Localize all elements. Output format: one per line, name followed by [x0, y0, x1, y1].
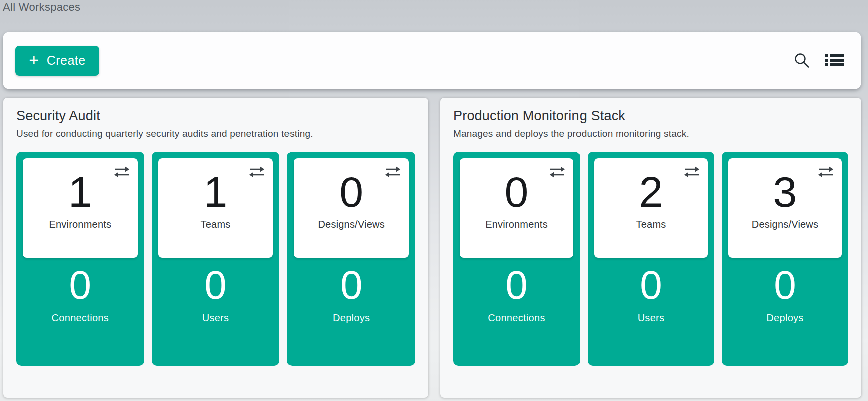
stat-tiles: 0 Environments 0 Connections 2 Teams 0 U…: [453, 152, 848, 366]
swap-button[interactable]: [548, 164, 567, 180]
toolbar: + Create: [3, 32, 861, 89]
stat-bottom-value: 0: [728, 265, 842, 305]
workspace-card: Security Audit Used for conducting quart…: [3, 98, 428, 398]
swap-horizontal-icon: [384, 165, 401, 179]
list-view-icon: [825, 53, 845, 68]
stat-tile-bottom: 0 Deploys: [728, 258, 842, 359]
stat-tile[interactable]: 2 Teams 0 Users: [588, 152, 714, 366]
stat-tile[interactable]: 1 Environments 0 Connections: [16, 152, 144, 366]
workspace-name: Production Monitoring Stack: [453, 108, 848, 124]
search-button[interactable]: [790, 49, 813, 72]
stat-bottom-value: 0: [594, 265, 708, 305]
stat-bottom-label: Users: [594, 312, 708, 324]
swap-horizontal-icon: [683, 165, 700, 179]
stat-bottom-value: 0: [294, 265, 409, 305]
list-view-button[interactable]: [823, 49, 846, 72]
swap-button[interactable]: [112, 164, 131, 180]
swap-horizontal-icon: [549, 165, 566, 179]
swap-horizontal-icon: [817, 165, 834, 179]
create-button-label: Create: [47, 53, 86, 68]
workspace-cards: Security Audit Used for conducting quart…: [3, 98, 861, 398]
stat-tile-top: 1 Environments: [23, 158, 138, 258]
stat-tile[interactable]: 0 Designs/Views 0 Deploys: [287, 152, 415, 366]
workspace-card: Production Monitoring Stack Manages and …: [440, 98, 861, 398]
workspace-name: Security Audit: [16, 108, 415, 124]
stat-tiles: 1 Environments 0 Connections 1 Teams 0 U…: [16, 152, 415, 366]
stat-tile-bottom: 0 Connections: [23, 258, 138, 359]
stat-tile-top: 3 Designs/Views: [728, 158, 842, 258]
stat-tile-bottom: 0 Users: [158, 258, 273, 359]
swap-button[interactable]: [383, 164, 402, 180]
stat-tile[interactable]: 3 Designs/Views 0 Deploys: [722, 152, 848, 366]
page-title: All Workspaces: [3, 1, 80, 14]
plus-icon: +: [29, 51, 39, 68]
swap-button[interactable]: [247, 164, 266, 180]
stat-bottom-value: 0: [158, 265, 273, 305]
stat-tile[interactable]: 0 Environments 0 Connections: [453, 152, 580, 366]
stat-top-label: Designs/Views: [728, 219, 842, 230]
stat-bottom-label: Connections: [23, 312, 138, 324]
stat-tile-bottom: 0 Connections: [460, 258, 573, 359]
stat-tile-top: 2 Teams: [594, 158, 708, 258]
stat-tile[interactable]: 1 Teams 0 Users: [152, 152, 280, 366]
toolbar-icons: [790, 49, 846, 72]
stat-top-label: Teams: [594, 219, 708, 230]
stat-tile-bottom: 0 Users: [594, 258, 708, 359]
create-workspace-button[interactable]: + Create: [15, 46, 99, 76]
workspace-description: Used for conducting quarterly security a…: [16, 128, 415, 139]
search-icon: [793, 52, 811, 70]
stat-tile-top: 0 Environments: [460, 158, 573, 258]
swap-horizontal-icon: [248, 165, 265, 179]
stat-bottom-label: Deploys: [728, 312, 842, 324]
swap-button[interactable]: [682, 164, 701, 180]
stat-bottom-value: 0: [23, 265, 138, 305]
stat-bottom-value: 0: [460, 265, 573, 305]
stat-top-label: Environments: [460, 219, 573, 230]
stat-tile-bottom: 0 Deploys: [294, 258, 409, 359]
stat-bottom-label: Deploys: [294, 312, 409, 324]
workspace-description: Manages and deploys the production monit…: [453, 128, 848, 139]
stat-top-label: Designs/Views: [294, 219, 409, 230]
swap-button[interactable]: [816, 164, 835, 180]
swap-horizontal-icon: [113, 165, 130, 179]
stat-bottom-label: Connections: [460, 312, 573, 324]
stat-tile-top: 1 Teams: [158, 158, 273, 258]
stat-bottom-label: Users: [158, 312, 273, 324]
stat-tile-top: 0 Designs/Views: [294, 158, 409, 258]
stat-top-label: Teams: [158, 219, 273, 230]
stat-top-label: Environments: [23, 219, 138, 230]
